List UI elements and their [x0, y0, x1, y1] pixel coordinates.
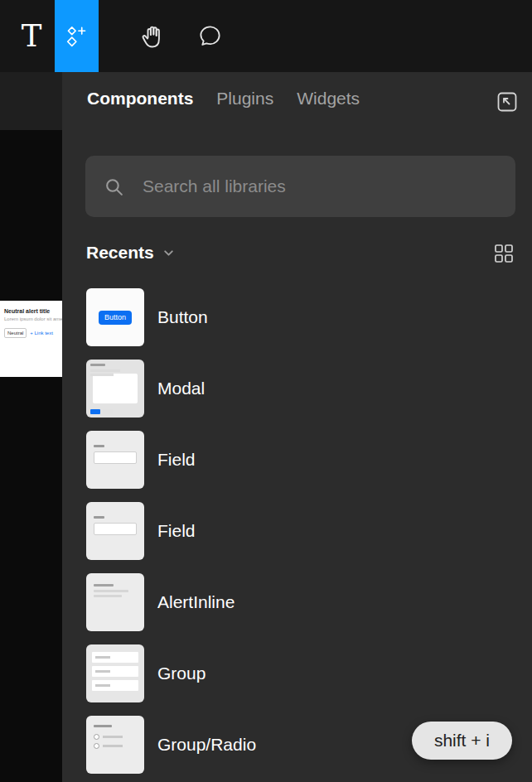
text-tool-icon: T: [22, 21, 42, 51]
component-item-button[interactable]: Button Button: [86, 288, 515, 346]
canvas-background: Neutral alert title Lorem ipsum dolor si…: [0, 72, 62, 782]
hand-icon: [140, 23, 167, 50]
search-input[interactable]: [141, 176, 497, 197]
toolbar: T: [0, 0, 532, 72]
chevron-down-icon: [162, 247, 175, 259]
component-item-modal[interactable]: Modal: [86, 360, 515, 418]
text-tool-button[interactable]: T: [12, 0, 51, 72]
comment-tool-button[interactable]: [187, 0, 232, 72]
assets-tool-button[interactable]: [55, 0, 99, 72]
component-item-alertinline[interactable]: AlertInline: [86, 573, 515, 631]
components-icon: [65, 25, 88, 47]
hand-tool-button[interactable]: [131, 0, 176, 72]
grid-view-button[interactable]: [491, 241, 516, 266]
component-thumbnail: [86, 431, 144, 489]
recents-list: Button Button Modal Field Field: [86, 288, 515, 782]
component-item-group[interactable]: Group: [86, 644, 515, 702]
open-as-window-button[interactable]: [493, 88, 521, 116]
alert-card-link-button: + Link text: [30, 331, 53, 335]
alert-card-fragment: Neutral alert title Lorem ipsum dolor si…: [0, 301, 62, 377]
component-thumbnail: [86, 644, 144, 702]
component-thumbnail: [86, 360, 144, 418]
tab-widgets[interactable]: Widgets: [297, 89, 360, 109]
search-icon: [104, 176, 124, 197]
component-name: Button: [157, 307, 208, 327]
comment-bubble-icon: [197, 23, 223, 49]
tab-plugins[interactable]: Plugins: [216, 89, 273, 109]
component-thumbnail: [86, 573, 144, 631]
component-thumbnail: [86, 716, 144, 774]
recents-section-toggle[interactable]: Recents: [86, 240, 175, 265]
arrow-out-box-icon: [495, 89, 520, 114]
component-name: Group/Radio: [157, 735, 256, 755]
alert-card-body: Lorem ipsum dolor sit amet conse: [4, 316, 62, 321]
component-thumbnail: Button: [86, 288, 144, 346]
component-item-field[interactable]: Field: [86, 431, 515, 489]
tab-components[interactable]: Components: [87, 89, 193, 109]
grid-view-icon: [492, 242, 515, 265]
shortcut-hint-pill: shift + i: [412, 722, 512, 760]
panel-tabs: Components Plugins Widgets: [87, 82, 360, 115]
canvas-top-strip: [0, 72, 62, 130]
components-panel: Components Plugins Widgets Recents: [62, 72, 532, 782]
component-item-field[interactable]: Field: [86, 502, 515, 560]
component-thumbnail: [86, 502, 144, 560]
recents-title: Recents: [86, 243, 154, 263]
alert-card-neutral-button: Neutral: [4, 328, 27, 338]
component-name: Modal: [157, 379, 205, 398]
thumbnail-button-preview: Button: [99, 311, 132, 325]
search-bar: [85, 156, 515, 217]
component-name: Field: [157, 521, 196, 541]
component-name: Field: [157, 450, 196, 470]
component-name: AlertInline: [157, 592, 235, 612]
alert-card-title: Neutral alert title: [4, 308, 62, 314]
component-name: Group: [157, 664, 206, 683]
